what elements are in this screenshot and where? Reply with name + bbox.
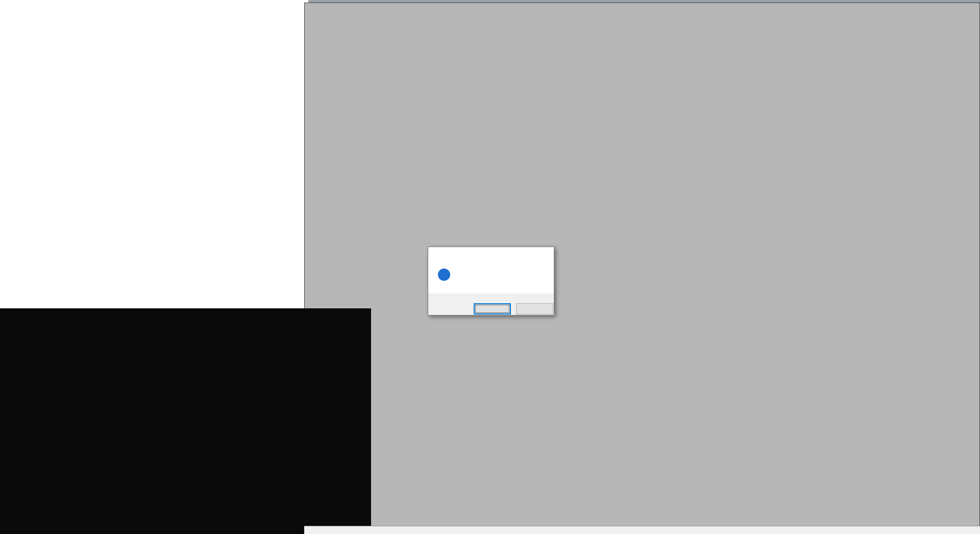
question-icon (438, 269, 450, 281)
screen (0, 0, 980, 534)
live-monitor-window (304, 3, 980, 534)
yes-button[interactable] (474, 303, 511, 314)
no-button[interactable] (516, 303, 553, 314)
save-results-dialog (428, 247, 554, 315)
dashboard-window (0, 308, 371, 534)
live-monitor-status-bar (304, 526, 980, 534)
